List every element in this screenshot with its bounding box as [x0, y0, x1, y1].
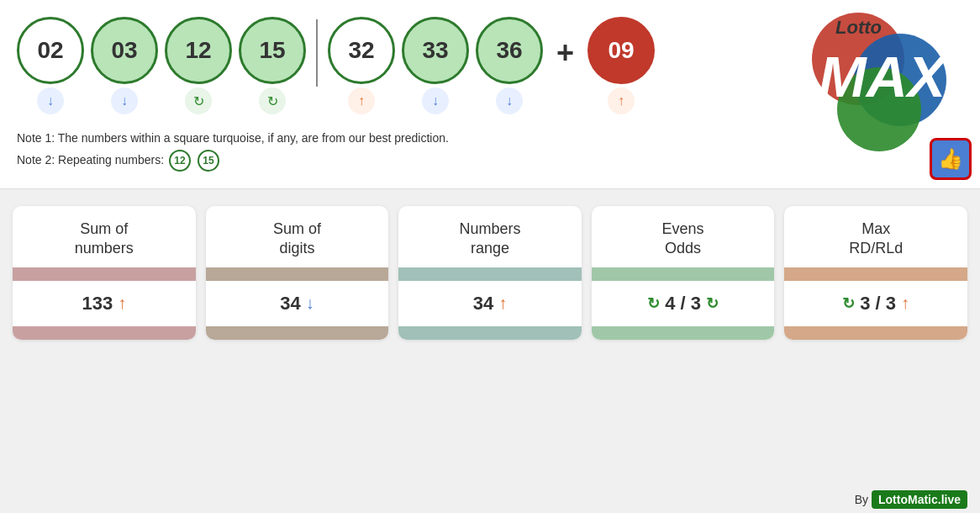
- ball-container-32: 32 ↑: [328, 17, 395, 114]
- ball-container-bonus: 09 ↑: [587, 17, 655, 114]
- stat-bar-top-sum-digits: [206, 267, 389, 281]
- stat-header-numbers-range: Numbersrange: [398, 206, 582, 267]
- repeating-badge-12: 12: [169, 150, 191, 172]
- ball-container-02: 02 ↓: [17, 17, 84, 114]
- stat-value-evens-odds: ↻ 4 / 3 ↻: [592, 281, 775, 326]
- stat-header-sum-digits: Sum ofdigits: [206, 206, 389, 267]
- stats-section: Sum ofnumbers 133 ↑ Sum ofdigits 34 ↓ Nu…: [0, 189, 980, 357]
- numbers-range-value: 34: [473, 293, 493, 315]
- stat-bar-bottom-numbers-range: [398, 326, 582, 340]
- thumbs-up-button[interactable]: 👍: [930, 138, 972, 180]
- arrow-up-btn-32[interactable]: ↑: [348, 87, 375, 114]
- ball-03: 03: [91, 17, 158, 84]
- top-section: 02 ↓ 03 ↓ 12 ↻ 15 ↻ 32 ↑: [0, 0, 980, 189]
- stat-card-sum-numbers: Sum ofnumbers 133 ↑: [13, 206, 196, 340]
- refresh-icon-max: ↻: [842, 294, 855, 313]
- sum-digits-value: 34: [280, 293, 300, 315]
- svg-text:Lotto: Lotto: [835, 17, 882, 38]
- stat-header-max-rdRld: MaxRD/RLd: [784, 206, 967, 267]
- footer-by-label: By: [855, 493, 868, 506]
- footer-brand-label: LottoMatic.live: [872, 490, 967, 509]
- refresh-icon-right-evens: ↻: [706, 294, 719, 313]
- lotto-max-logo: Lotto MAX: [803, 8, 972, 151]
- evens-odds-value: 4 / 3: [665, 293, 701, 315]
- ball-02: 02: [17, 17, 84, 84]
- ball-32: 32: [328, 17, 395, 84]
- stat-card-max-rdRld: MaxRD/RLd ↻ 3 / 3 ↑: [784, 206, 967, 340]
- refresh-btn-12[interactable]: ↻: [185, 87, 212, 114]
- refresh-btn-15[interactable]: ↻: [259, 87, 286, 114]
- ball-container-33: 33 ↓: [402, 17, 469, 114]
- ball-36: 36: [476, 17, 543, 84]
- ball-container-03: 03 ↓: [91, 17, 158, 114]
- ball-12: 12: [165, 17, 232, 84]
- arrow-up-btn-bonus[interactable]: ↑: [608, 87, 635, 114]
- sum-numbers-value: 133: [82, 293, 113, 315]
- ball-bonus: 09: [587, 17, 655, 84]
- ball-container-12: 12 ↻: [165, 17, 232, 114]
- footer: By LottoMatic.live: [855, 493, 967, 506]
- stat-bar-top-max-rdRld: [784, 267, 967, 281]
- stat-bar-top-evens-odds: [592, 267, 775, 281]
- separator-line: [316, 19, 318, 87]
- svg-text:MAX: MAX: [819, 45, 949, 108]
- refresh-icon-left-evens: ↻: [647, 294, 660, 313]
- stat-bar-top-numbers-range: [398, 267, 582, 281]
- arrow-up-icon-max: ↑: [901, 294, 909, 313]
- arrow-down-icon-sum-digits: ↓: [306, 294, 314, 313]
- note2-prefix: Note 2: Repeating numbers:: [17, 153, 164, 167]
- arrow-down-btn-03[interactable]: ↓: [111, 87, 138, 114]
- main-container: 02 ↓ 03 ↓ 12 ↻ 15 ↻ 32 ↑: [0, 0, 980, 513]
- stat-value-sum-numbers: 133 ↑: [13, 281, 196, 326]
- stat-bar-bottom-sum-digits: [206, 326, 389, 340]
- arrow-down-btn-02[interactable]: ↓: [37, 87, 64, 114]
- plus-sign: +: [556, 35, 574, 96]
- max-rdRld-value: 3 / 3: [860, 293, 896, 315]
- arrow-down-btn-36[interactable]: ↓: [496, 87, 523, 114]
- stat-bar-top-sum-numbers: [13, 267, 196, 281]
- ball-container-15: 15 ↻: [239, 17, 306, 114]
- stat-card-sum-digits: Sum ofdigits 34 ↓: [206, 206, 389, 340]
- stat-header-evens-odds: EvensOdds: [592, 206, 775, 267]
- logo-area: Lotto MAX: [803, 8, 972, 160]
- stat-value-max-rdRld: ↻ 3 / 3 ↑: [784, 281, 967, 326]
- stat-value-numbers-range: 34 ↑: [398, 281, 582, 326]
- stat-card-evens-odds: EvensOdds ↻ 4 / 3 ↻: [592, 206, 775, 340]
- stat-value-sum-digits: 34 ↓: [206, 281, 389, 326]
- arrow-down-btn-33[interactable]: ↓: [422, 87, 449, 114]
- stat-header-sum-numbers: Sum ofnumbers: [13, 206, 196, 267]
- ball-33: 33: [402, 17, 469, 84]
- repeating-badge-15: 15: [198, 150, 219, 172]
- arrow-up-icon-sum-numbers: ↑: [118, 294, 126, 313]
- ball-15: 15: [239, 17, 306, 84]
- stat-bar-bottom-max-rdRld: [784, 326, 967, 340]
- stat-bar-bottom-evens-odds: [592, 326, 775, 340]
- stat-bar-bottom-sum-numbers: [13, 326, 196, 340]
- ball-container-36: 36 ↓: [476, 17, 543, 114]
- arrow-up-icon-numbers-range: ↑: [498, 294, 507, 313]
- stat-card-numbers-range: Numbersrange 34 ↑: [398, 206, 582, 340]
